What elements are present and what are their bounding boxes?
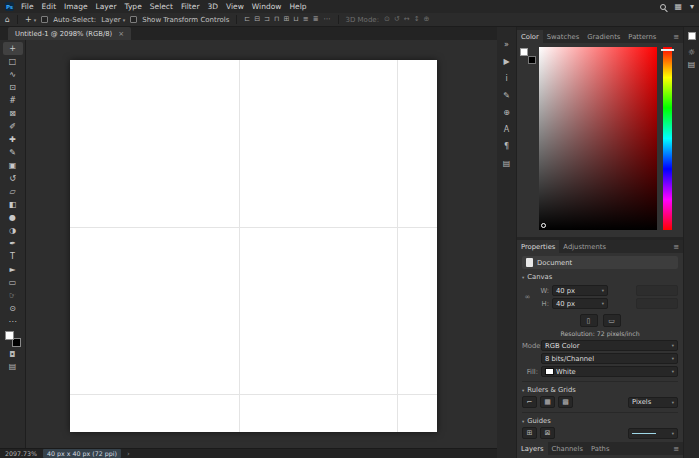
move-tool[interactable]: +	[3, 42, 23, 55]
tab-channels[interactable]: Channels	[548, 442, 587, 455]
rectangle-tool[interactable]: ▭	[3, 276, 23, 289]
tab-patterns[interactable]: Patterns	[624, 30, 660, 43]
libraries-icon[interactable]: ▤	[500, 158, 514, 170]
distribute-horizontal-icon[interactable]: ≡	[303, 16, 309, 23]
learn-icon[interactable]: ☼	[685, 47, 699, 59]
scale-3d-icon[interactable]: ⊕	[424, 16, 430, 23]
vertical-guide-2[interactable]	[397, 60, 398, 432]
home-icon[interactable]: ⌂	[5, 16, 10, 24]
lasso-tool[interactable]: ∿	[3, 68, 23, 81]
width-field[interactable]: 40 px ▾	[552, 285, 608, 296]
landscape-orientation-button[interactable]: ▭	[603, 314, 621, 327]
paragraph-icon[interactable]: ¶	[500, 141, 514, 153]
brush-tool[interactable]: ✎	[3, 146, 23, 159]
character-icon[interactable]: A	[500, 124, 514, 136]
document-info[interactable]: 40 px x 40 px (72 ppi)	[43, 449, 121, 458]
eraser-tool[interactable]: ▱	[3, 185, 23, 198]
auto-select-target-select[interactable]: Layer ▾	[101, 16, 125, 24]
menu-item[interactable]: Select	[150, 2, 173, 11]
blur-tool[interactable]: ●	[3, 211, 23, 224]
search-icon[interactable]	[660, 4, 666, 10]
document-row[interactable]: Document	[522, 256, 678, 269]
orbit-3d-icon[interactable]: ⊙	[384, 16, 390, 23]
pixel-grid-toggle-icon[interactable]: ▩	[558, 396, 573, 408]
tab-gradients[interactable]: Gradients	[583, 30, 624, 43]
guide-style-select[interactable]: ▾	[628, 428, 678, 439]
panel-menu-icon[interactable]: ≡	[669, 240, 683, 253]
align-right-icon[interactable]: ⊐	[264, 16, 270, 23]
tab-swatches[interactable]: Swatches	[543, 30, 583, 43]
menu-item[interactable]: File	[21, 2, 34, 11]
height-field[interactable]: 40 px ▾	[552, 298, 608, 309]
dodge-tool[interactable]: ◑	[3, 224, 23, 237]
link-dimensions-icon[interactable]: ∞	[522, 293, 533, 301]
show-transform-checkbox[interactable]	[130, 16, 137, 23]
units-select[interactable]: Pixels ▾	[628, 397, 678, 408]
menu-item[interactable]: Help	[289, 2, 306, 11]
foreground-color-swatch[interactable]	[520, 48, 528, 56]
more-align-options-icon[interactable]: ⋯	[324, 16, 331, 23]
guide-layout-icon[interactable]: ⊞	[522, 427, 537, 439]
vertical-guide-1[interactable]	[239, 60, 240, 432]
guides-section-header[interactable]: ▾ Guides	[522, 417, 678, 425]
grid-toggle-icon[interactable]: ▦	[540, 396, 555, 408]
distribute-vertical-icon[interactable]: ≣	[313, 16, 319, 23]
gradient-tool[interactable]: ◧	[3, 198, 23, 211]
menu-item[interactable]: Filter	[181, 2, 200, 11]
actions-icon[interactable]: ▶	[500, 56, 514, 68]
hue-slider[interactable]	[663, 47, 672, 230]
color-mode-select[interactable]: RGB Color ▾	[541, 340, 678, 351]
pen-tool[interactable]: ✒	[3, 237, 23, 250]
zoom-level-field[interactable]: 2097.73%	[5, 450, 37, 457]
hand-tool[interactable]: ☞	[3, 289, 23, 302]
roll-3d-icon[interactable]: ↺	[394, 16, 400, 23]
crop-tool[interactable]: #	[3, 94, 23, 107]
frame-tool[interactable]: ⊠	[3, 107, 23, 120]
background-color-swatch[interactable]	[528, 56, 536, 64]
horizontal-guide-2[interactable]	[70, 394, 437, 395]
saturation-brightness-picker[interactable]	[539, 47, 657, 230]
current-tool-icon[interactable]: + ▾	[25, 16, 36, 24]
foreground-color-swatch[interactable]	[5, 331, 14, 340]
horizontal-guide-1[interactable]	[70, 227, 437, 228]
photoshop-logo-icon[interactable]: Ps	[5, 2, 14, 11]
quick-mask-icon[interactable]: ◘	[3, 348, 23, 360]
path-selection-tool[interactable]: ►	[3, 263, 23, 276]
align-bottom-icon[interactable]: ⊔	[293, 16, 298, 23]
tab-properties[interactable]: Properties	[517, 240, 559, 253]
menu-item[interactable]: Type	[125, 2, 142, 11]
libraries-panel-icon[interactable]: ▤	[685, 59, 699, 71]
canvas-fill-select[interactable]: White ▾	[541, 366, 678, 377]
align-top-icon[interactable]: ⊓	[274, 16, 279, 23]
brush-settings-icon[interactable]: ✎	[500, 90, 514, 102]
chevron-down-icon[interactable]: ▾	[690, 3, 694, 11]
panel-menu-icon[interactable]: ≡	[669, 30, 683, 43]
menu-item[interactable]: 3D	[207, 2, 218, 11]
rectangular-marquee-tool[interactable]: □	[3, 55, 23, 68]
color-swatch-icon[interactable]	[688, 32, 696, 40]
object-selection-tool[interactable]: ⊡	[3, 81, 23, 94]
clone-stamp-tool[interactable]: ▣	[3, 159, 23, 172]
menu-item[interactable]: View	[226, 2, 244, 11]
panel-menu-icon[interactable]: ≡	[669, 442, 683, 455]
menu-item[interactable]: Window	[252, 2, 282, 11]
info-icon[interactable]: i	[500, 73, 514, 85]
tab-paths[interactable]: Paths	[587, 442, 613, 455]
history-brush-tool[interactable]: ↺	[3, 172, 23, 185]
lock-guides-icon[interactable]: ⊠	[540, 427, 555, 439]
ruler-toggle-icon[interactable]: ⌐	[522, 396, 537, 408]
workspace-switcher-icon[interactable]: ▦	[674, 3, 682, 11]
collapse-panels-icon[interactable]: »	[500, 39, 514, 51]
menu-item[interactable]: Image	[64, 2, 88, 11]
clone-source-icon[interactable]: ⊕	[500, 107, 514, 119]
auto-select-checkbox[interactable]	[41, 16, 48, 23]
zoom-tool[interactable]: ⊙	[3, 302, 23, 315]
canvas-section-header[interactable]: ▾ Canvas	[522, 273, 678, 281]
tab-adjustments[interactable]: Adjustments	[559, 240, 610, 253]
edit-toolbar-icon[interactable]: ⋯	[3, 315, 23, 328]
slide-3d-icon[interactable]: ↕	[414, 16, 420, 23]
color-picker-handle[interactable]	[541, 223, 546, 228]
type-tool[interactable]: T	[3, 250, 23, 263]
tab-layers[interactable]: Layers	[517, 442, 548, 455]
hue-slider-handle[interactable]	[661, 49, 674, 51]
